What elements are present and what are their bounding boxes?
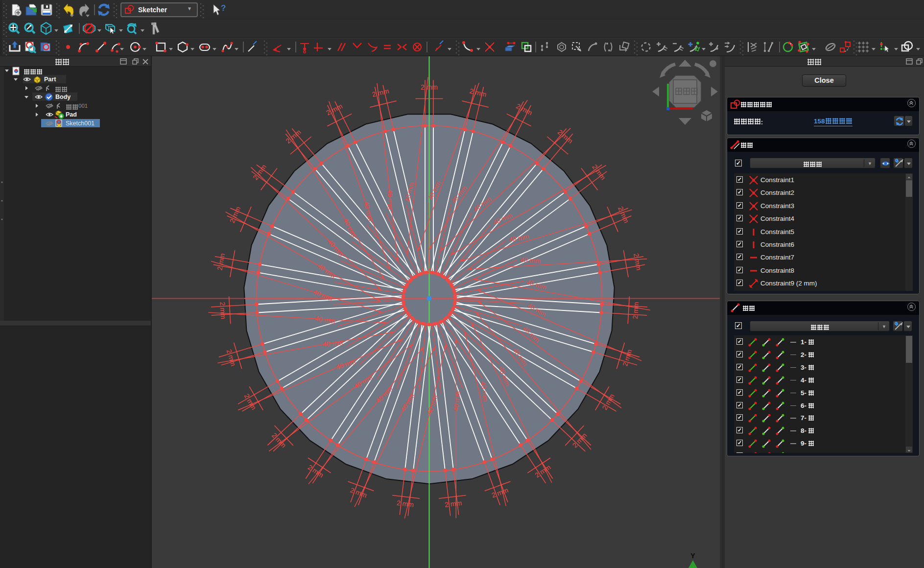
svg-text:?: ? [221, 3, 226, 13]
svg-text:40 mm: 40 mm [386, 189, 393, 210]
svg-text:40 mm: 40 mm [520, 256, 541, 264]
svg-text:40 mm: 40 mm [323, 339, 343, 348]
svg-text:Y: Y [690, 552, 695, 560]
svg-text:2 mm: 2 mm [631, 302, 640, 319]
svg-text:2 mm: 2 mm [218, 302, 227, 319]
svg-text:2 mm: 2 mm [421, 83, 438, 91]
